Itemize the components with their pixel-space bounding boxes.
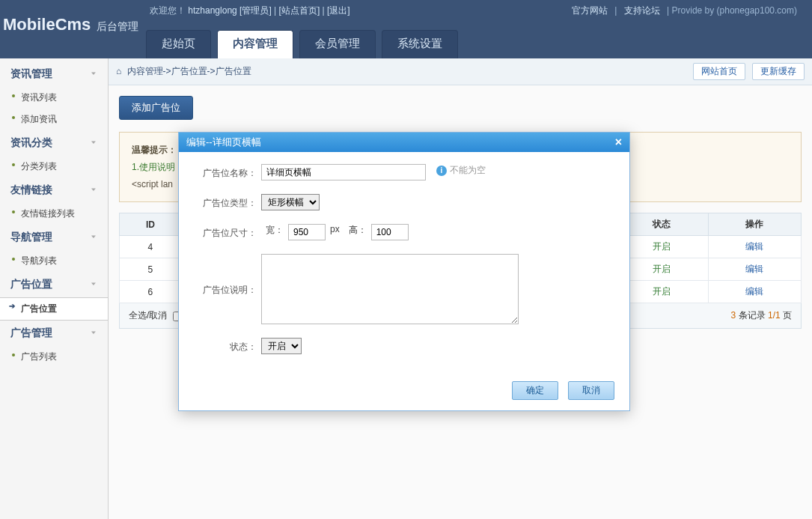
- logo-small: 后台管理: [97, 20, 138, 32]
- add-button[interactable]: 添加广告位: [119, 96, 193, 120]
- cell-status: 开启: [653, 264, 671, 274]
- sidebar-item-news-add[interactable]: 添加资讯: [0, 109, 108, 130]
- welcome-prefix: 欢迎您！: [150, 5, 186, 16]
- height-label: 高：: [349, 224, 367, 237]
- name-label: 广告位名称：: [197, 164, 261, 180]
- breadcrumb-text: 内容管理->广告位置->广告位置: [127, 66, 251, 76]
- bc-site-home[interactable]: 网站首页: [693, 63, 745, 80]
- type-select[interactable]: 矩形横幅: [261, 194, 320, 210]
- cell-id: 5: [120, 258, 182, 281]
- sidebar-item-news-list[interactable]: 资讯列表: [0, 87, 108, 109]
- modal-header: 编辑--详细页横幅 ×: [179, 133, 629, 152]
- official-link[interactable]: 官方网站: [572, 5, 608, 16]
- cell-id: 4: [120, 236, 182, 258]
- chevron-down-icon: ▼: [90, 281, 97, 286]
- provide-text: Provide by (phonegap100.com): [672, 5, 797, 16]
- page-indicator: 1/1: [768, 310, 781, 321]
- cell-status: 开启: [653, 286, 671, 297]
- logo-big: MobileCms: [3, 15, 91, 34]
- side-group-links[interactable]: 友情链接▼: [0, 177, 108, 203]
- ok-button[interactable]: 确定: [512, 381, 558, 400]
- width-input[interactable]: [288, 224, 326, 240]
- home-icon: ⌂: [116, 66, 121, 76]
- edit-link[interactable]: 编辑: [745, 286, 763, 297]
- sidebar: 资讯管理▼ 资讯列表 添加资讯 资讯分类▼ 分类列表 友情链接▼ 友情链接列表 …: [0, 58, 109, 519]
- select-all[interactable]: 全选/取消: [129, 310, 167, 321]
- tab-member[interactable]: 会员管理: [299, 30, 376, 58]
- modal-footer: 确定 取消: [179, 375, 629, 410]
- th-action: 操作: [708, 213, 801, 236]
- breadcrumb-row: ⌂ 内容管理->广告位置->广告位置 网站首页 更新缓存: [109, 58, 812, 85]
- top-right-links: 官方网站 | 支持论坛 | Provide by (phonegap100.co…: [567, 4, 797, 17]
- chevron-down-icon: ▼: [90, 186, 97, 192]
- tab-system[interactable]: 系统设置: [382, 30, 458, 58]
- tab-content[interactable]: 内容管理: [217, 30, 293, 58]
- chevron-down-icon: ▼: [90, 139, 97, 145]
- name-hint: i不能为空: [436, 164, 486, 177]
- breadcrumb-actions: 网站首页 更新缓存: [689, 63, 805, 80]
- site-home-link[interactable]: [站点首页]: [279, 5, 320, 16]
- modal-title: 编辑--详细页横幅: [186, 136, 261, 149]
- sidebar-item-nav-list[interactable]: 导航列表: [0, 250, 108, 272]
- desc-textarea[interactable]: [261, 254, 519, 324]
- role-link[interactable]: [管理员]: [239, 5, 272, 16]
- cell-id: 6: [120, 281, 182, 303]
- size-label: 广告位尺寸：: [197, 224, 261, 240]
- side-group-news[interactable]: 资讯管理▼: [0, 61, 108, 87]
- sidebar-item-ad-list[interactable]: 广告列表: [0, 346, 108, 368]
- chevron-down-icon: ▼: [90, 234, 97, 239]
- tip-line1: 1.使用说明: [132, 162, 175, 172]
- th-id: ID: [120, 213, 182, 236]
- sidebar-item-adpos[interactable]: 广告位置: [0, 297, 109, 321]
- name-input[interactable]: [261, 164, 426, 180]
- status-label: 状态：: [197, 338, 261, 353]
- cell-status: 开启: [653, 241, 671, 252]
- logout-link[interactable]: [退出]: [327, 5, 350, 16]
- info-icon: i: [436, 166, 447, 176]
- forum-link[interactable]: 支持论坛: [624, 5, 660, 16]
- pagination: 3 条记录 1/1 页: [731, 309, 792, 322]
- edit-link[interactable]: 编辑: [745, 241, 763, 252]
- main-tabs: 起始页 内容管理 会员管理 系统设置: [146, 30, 458, 58]
- topbar: 欢迎您！ htzhanglong [管理员] | [站点首页] | [退出] 官…: [0, 0, 812, 58]
- chevron-down-icon: ▼: [90, 330, 97, 335]
- side-group-category[interactable]: 资讯分类▼: [0, 130, 108, 156]
- height-input[interactable]: [371, 224, 409, 240]
- width-label: 宽：: [266, 224, 284, 237]
- desc-label: 广告位说明：: [197, 254, 261, 297]
- tip-title: 温馨提示：: [132, 145, 177, 155]
- close-icon[interactable]: ×: [615, 136, 622, 149]
- bc-refresh[interactable]: 更新缓存: [752, 63, 805, 80]
- type-label: 广告位类型：: [197, 194, 261, 210]
- edit-link[interactable]: 编辑: [745, 264, 763, 274]
- side-group-nav[interactable]: 导航管理▼: [0, 225, 108, 250]
- sidebar-item-links-list[interactable]: 友情链接列表: [0, 203, 108, 225]
- tip-line2: <script lan: [132, 179, 173, 189]
- logo: MobileCms 后台管理: [3, 15, 138, 34]
- tab-start[interactable]: 起始页: [146, 30, 211, 58]
- cancel-button[interactable]: 取消: [568, 381, 614, 400]
- side-group-adpos[interactable]: 广告位置▼: [0, 272, 108, 297]
- chevron-down-icon: ▼: [90, 70, 97, 76]
- side-group-ad[interactable]: 广告管理▼: [0, 321, 108, 346]
- breadcrumb: ⌂ 内容管理->广告位置->广告位置: [116, 65, 251, 78]
- px-label: px: [330, 224, 340, 234]
- user-link[interactable]: htzhanglong: [188, 5, 236, 16]
- sidebar-item-category-list[interactable]: 分类列表: [0, 156, 108, 177]
- edit-modal: 编辑--详细页横幅 × 广告位名称： i不能为空 广告位类型： 矩形横幅 广告位…: [178, 132, 630, 411]
- record-count: 3: [731, 310, 736, 321]
- status-select[interactable]: 开启: [261, 338, 302, 354]
